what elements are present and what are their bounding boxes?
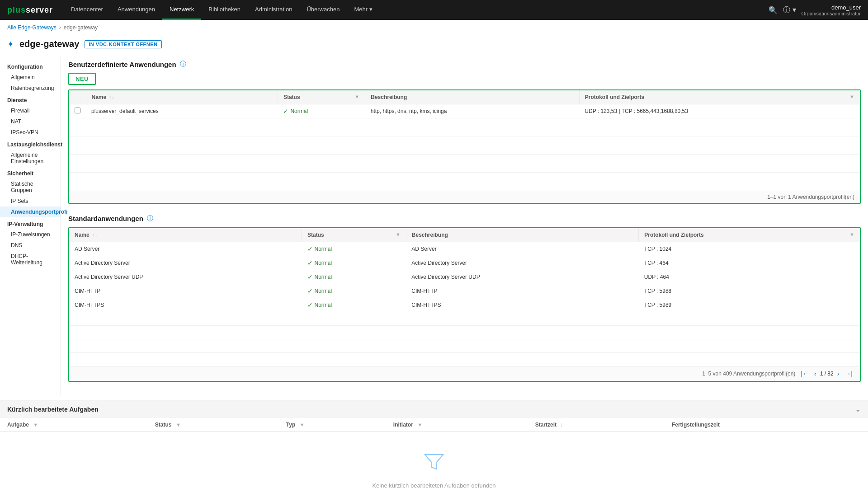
col-protokoll-header: Protokoll und Zielports ▼ bbox=[579, 90, 860, 104]
row-description: http, https, dns, ntp, kms, icinga bbox=[365, 104, 580, 118]
sidebar-item-statische-gruppen[interactable]: Statische Gruppen bbox=[0, 178, 61, 196]
task-section: Kürzlich bearbeitete Aufgaben ⌄ Aufgabe … bbox=[0, 400, 868, 488]
sidebar-item-allgemeine-einstellungen[interactable]: Allgemeine Einstellungen bbox=[0, 150, 61, 167]
sidebar-item-ip-sets[interactable]: IP Sets bbox=[0, 196, 61, 206]
help-icon[interactable]: ⓘ ▾ bbox=[783, 5, 796, 15]
std-row-description-3: CIM-HTTP bbox=[406, 284, 639, 298]
user-name: demo_user bbox=[802, 4, 861, 11]
std-col-beschreibung-header: Beschreibung bbox=[406, 228, 639, 242]
nav-anwendungen[interactable]: Anwendungen bbox=[110, 0, 162, 20]
nav-items: Datencenter Anwendungen Netzwerk Bibliot… bbox=[64, 0, 769, 20]
nav-uberwachen[interactable]: Überwachen bbox=[299, 0, 347, 20]
task-filter-aufgabe[interactable]: ▼ bbox=[33, 422, 38, 427]
standardanwendungen-title: Standardanwendungen bbox=[68, 215, 143, 222]
main-layout: Konfiguration Allgemein Ratenbegrenzung … bbox=[0, 56, 868, 396]
standardanwendungen-table: Name ↑↓ Status ▼ Beschreibung bbox=[68, 227, 861, 382]
sidebar-section-konfiguration: Konfiguration bbox=[0, 60, 61, 72]
standardanwendungen-info-icon[interactable]: ⓘ bbox=[147, 215, 153, 223]
task-filter-initiator[interactable]: ▼ bbox=[417, 422, 422, 427]
task-filter-status[interactable]: ▼ bbox=[176, 422, 181, 427]
benutzerdefined-count: 1–1 von 1 Anwendungsportprofil(en) bbox=[767, 194, 854, 200]
standardanwendungen-section: Standardanwendungen ⓘ Name ↑↓ bbox=[68, 215, 861, 382]
std-row-protocol-2: UDP : 464 bbox=[639, 270, 860, 284]
task-col-aufgabe: Aufgabe ▼ bbox=[0, 418, 148, 432]
benutzerdefined-section: Benutzerdefinierte Anwendungen ⓘ NEU Nam… bbox=[68, 60, 861, 204]
breadcrumb: Alle Edge-Gateways › edge-gateway bbox=[0, 20, 868, 35]
sidebar-item-allgemein[interactable]: Allgemein bbox=[0, 72, 61, 83]
page-icon: ✦ bbox=[7, 39, 14, 49]
tasks-table: Aufgabe ▼ Status ▼ Typ ▼ Initiator bbox=[0, 418, 868, 432]
std-row-status-1: ✓ Normal bbox=[302, 256, 406, 270]
task-col-initiator: Initiator ▼ bbox=[386, 418, 528, 432]
std-row-protocol-3: TCP : 5988 bbox=[639, 284, 860, 298]
nav-bibliotheken[interactable]: Bibliotheken bbox=[201, 0, 248, 20]
std-empty-row bbox=[69, 325, 860, 339]
sidebar-item-dhcp-weiterleitung[interactable]: DHCP-Weiterleitung bbox=[0, 251, 61, 268]
col-beschreibung-header: Beschreibung bbox=[365, 90, 580, 104]
task-filter-typ[interactable]: ▼ bbox=[300, 422, 305, 427]
sidebar: Konfiguration Allgemein Ratenbegrenzung … bbox=[0, 56, 61, 396]
user-info[interactable]: demo_user Organisationsadministrator bbox=[802, 4, 861, 16]
sidebar-item-ip-zuweisungen[interactable]: IP-Zuweisungen bbox=[0, 229, 61, 240]
nav-administration[interactable]: Administration bbox=[248, 0, 299, 20]
sidebar-item-firewall[interactable]: Firewall bbox=[0, 105, 61, 116]
nav-datencenter[interactable]: Datencenter bbox=[64, 0, 110, 20]
breadcrumb-separator: › bbox=[59, 24, 61, 31]
std-table-row: Active Directory Server UDP ✓ Normal Act… bbox=[69, 270, 860, 284]
std-filter-icon-status[interactable]: ▼ bbox=[396, 232, 401, 237]
sort-icon-name[interactable]: ↑↓ bbox=[110, 95, 114, 100]
filter-icon-protokoll[interactable]: ▼ bbox=[849, 94, 854, 99]
nav-netzwerk[interactable]: Netzwerk bbox=[162, 0, 201, 20]
benutzerdefined-header: Benutzerdefinierte Anwendungen ⓘ bbox=[68, 60, 861, 68]
std-row-status-0: ✓ Normal bbox=[302, 242, 406, 256]
task-section-header[interactable]: Kürzlich bearbeitete Aufgaben ⌄ bbox=[0, 400, 868, 418]
first-page-btn[interactable]: |← bbox=[799, 369, 811, 378]
task-col-typ: Typ ▼ bbox=[279, 418, 386, 432]
new-button[interactable]: NEU bbox=[68, 73, 96, 85]
sidebar-item-dns[interactable]: DNS bbox=[0, 240, 61, 251]
std-filter-icon-protokoll[interactable]: ▼ bbox=[849, 232, 854, 237]
sidebar-item-nat[interactable]: NAT bbox=[0, 116, 61, 127]
empty-row-4 bbox=[69, 173, 860, 191]
row-checkbox[interactable] bbox=[69, 104, 86, 118]
std-row-name-2: Active Directory Server UDP bbox=[69, 270, 302, 284]
filter-icon-status[interactable]: ▼ bbox=[354, 94, 359, 99]
std-row-name-0: AD Server bbox=[69, 242, 302, 256]
vdc-context-link[interactable]: IN VDC-KONTEXT ÖFFNEN bbox=[85, 40, 161, 48]
std-row-name-3: CIM-HTTP bbox=[69, 284, 302, 298]
status-normal-icon: ✓ bbox=[283, 108, 288, 115]
nav-mehr[interactable]: Mehr ▾ bbox=[347, 0, 380, 20]
breadcrumb-parent[interactable]: Alle Edge-Gateways bbox=[7, 24, 57, 31]
benutzerdefined-info-icon[interactable]: ⓘ bbox=[180, 60, 186, 68]
std-sort-icon-name[interactable]: ↑↓ bbox=[93, 233, 97, 238]
last-page-btn[interactable]: →| bbox=[843, 369, 854, 378]
task-col-fertigstellung: Fertigstellungszeit bbox=[665, 418, 868, 432]
sidebar-item-ipsec-vpn[interactable]: IPSec-VPN bbox=[0, 127, 61, 138]
empty-row-3 bbox=[69, 155, 860, 173]
next-page-btn[interactable]: › bbox=[835, 369, 841, 378]
page-title: edge-gateway bbox=[19, 39, 79, 49]
empty-row-1 bbox=[69, 118, 860, 136]
std-row-description-4: CIM-HTTPS bbox=[406, 298, 639, 312]
search-icon[interactable]: 🔍 bbox=[769, 6, 778, 14]
task-sort-startzeit[interactable]: ↓ bbox=[560, 422, 562, 428]
std-col-protokoll-header: Protokoll und Zielports ▼ bbox=[639, 228, 860, 242]
sidebar-section-sicherheit: Sicherheit bbox=[0, 167, 61, 178]
benutzerdefined-footer: 1–1 von 1 Anwendungsportprofil(en) bbox=[69, 191, 860, 203]
std-row-description-2: Active Directory Server UDP bbox=[406, 270, 639, 284]
std-table-row: Active Directory Server ✓ Normal Active … bbox=[69, 256, 860, 270]
svg-marker-0 bbox=[425, 455, 443, 469]
std-row-description-1: Active Directory Server bbox=[406, 256, 639, 270]
row-name: plusserver_default_services bbox=[86, 104, 278, 118]
prev-page-btn[interactable]: ‹ bbox=[812, 369, 818, 378]
std-row-status-4: ✓ Normal bbox=[302, 298, 406, 312]
row-status: ✓ Normal bbox=[278, 104, 365, 118]
top-navigation: plusserver Datencenter Anwendungen Netzw… bbox=[0, 0, 868, 20]
sidebar-item-anwendungsportprofil[interactable]: Anwendungsportprofi bbox=[0, 206, 61, 217]
sidebar-item-ratenbegrenzung[interactable]: Ratenbegrenzung bbox=[0, 83, 61, 94]
row-protocol: UDP : 123,53 | TCP : 5665,443,1688,80,53 bbox=[579, 104, 860, 118]
task-section-expand-icon[interactable]: ⌄ bbox=[855, 405, 861, 413]
table-row: plusserver_default_services ✓ Normal htt… bbox=[69, 104, 860, 118]
std-col-name-header: Name ↑↓ bbox=[69, 228, 302, 242]
svg-line-2 bbox=[436, 455, 443, 463]
